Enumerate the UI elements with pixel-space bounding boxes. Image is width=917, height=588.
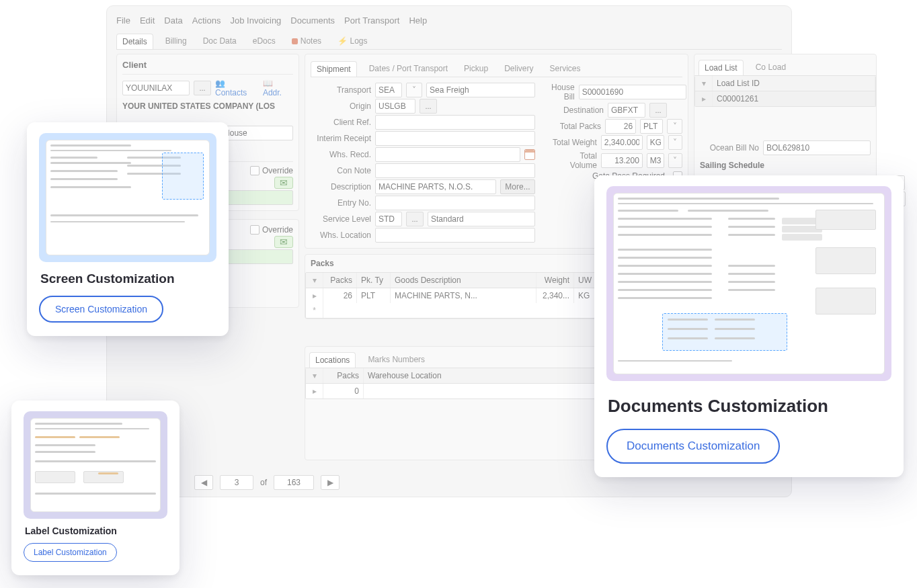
pkty-col[interactable]: Pk. Ty <box>357 273 391 288</box>
tab-billing[interactable]: Billing <box>161 34 191 49</box>
packs-unit-input[interactable] <box>640 119 663 134</box>
tab-delivery[interactable]: Delivery <box>500 61 537 77</box>
transport-code-input[interactable] <box>375 83 402 97</box>
entry-no-input[interactable] <box>375 196 535 210</box>
total-volume-input[interactable] <box>601 153 643 168</box>
weight-unit-input[interactable] <box>647 135 664 150</box>
tab-notes[interactable]: Notes <box>288 34 325 49</box>
menu-file[interactable]: File <box>116 15 130 26</box>
client-ref-input[interactable] <box>375 115 535 130</box>
override-label-1: Override <box>262 166 293 175</box>
goods-col[interactable]: Goods Description <box>391 273 536 288</box>
row-selector-icon[interactable]: ▸ <box>306 288 323 303</box>
transport-label: Transport <box>311 85 371 95</box>
screen-card-title: Screen Customization <box>40 271 216 286</box>
con-note-label: Con Note <box>311 166 371 175</box>
desc-input[interactable] <box>375 179 496 194</box>
tab-logs[interactable]: ⚡ Logs <box>333 34 371 49</box>
override-checkbox-1[interactable] <box>250 166 260 175</box>
menu-job-invoicing[interactable]: Job Invoicing <box>230 15 281 26</box>
more-button[interactable]: More... <box>500 179 535 194</box>
volume-unit-input[interactable] <box>647 153 664 168</box>
mail-icon-2[interactable]: ✉ <box>274 236 293 248</box>
loc-packs-col[interactable]: Packs <box>323 368 364 383</box>
label-card-title: Label Customization <box>25 526 167 536</box>
client-header: Client <box>122 58 293 75</box>
tab-load-list[interactable]: Load List <box>699 60 744 75</box>
service-code-input[interactable] <box>375 212 402 226</box>
destination-lookup-button[interactable]: ... <box>649 103 667 118</box>
pager-page-input[interactable] <box>220 475 253 490</box>
transport-desc-input[interactable] <box>426 83 535 97</box>
tab-doc-data[interactable]: Doc Data <box>199 34 241 49</box>
tab-marks-numbers[interactable]: Marks Numbers <box>364 352 429 368</box>
addr-link[interactable]: 📖 Addr. <box>263 79 293 97</box>
label-customization-card: Label Customization Label Customization <box>11 401 180 575</box>
label-customization-button[interactable]: Label Customization <box>24 543 117 562</box>
desc-label: Description <box>311 182 371 192</box>
menu-port-transport[interactable]: Port Transport <box>344 15 399 26</box>
menu-edit[interactable]: Edit <box>140 15 155 26</box>
screen-customization-button[interactable]: Screen Customization <box>39 296 163 323</box>
volume-unit-dropdown[interactable]: ˅ <box>668 153 682 168</box>
whs-recd-input[interactable] <box>375 147 520 162</box>
service-desc-input[interactable] <box>428 212 535 226</box>
documents-customization-button[interactable]: Documents Customization <box>606 429 780 464</box>
interim-input[interactable] <box>375 131 535 146</box>
total-packs-input[interactable] <box>605 119 636 134</box>
shipment-tabs: Shipment Dates / Port Transport Pickup D… <box>311 58 682 77</box>
contacts-link[interactable]: 👥 Contacts <box>215 79 259 97</box>
destination-label: Destination <box>551 106 604 115</box>
client-lookup-button[interactable]: ... <box>194 81 211 95</box>
tab-shipment[interactable]: Shipment <box>311 61 357 77</box>
entry-no-label: Entry No. <box>311 198 371 208</box>
new-row-icon[interactable]: * <box>306 303 323 318</box>
docs-card-title: Documents Customization <box>608 396 891 417</box>
tab-edocs[interactable]: eDocs <box>249 34 280 49</box>
loadlist-row[interactable]: ▸ C00001261 <box>695 91 875 106</box>
house-bill-label: House Bill <box>551 83 575 101</box>
menu-help[interactable]: Help <box>409 15 427 26</box>
destination-input[interactable] <box>608 103 645 118</box>
pager-next-button[interactable]: ▶ <box>321 475 340 490</box>
origin-input[interactable] <box>375 99 415 114</box>
calendar-icon[interactable] <box>524 149 535 160</box>
logs-icon: ⚡ <box>337 36 348 46</box>
row-selector-icon[interactable]: ▸ <box>695 91 713 106</box>
con-note-input[interactable] <box>375 163 535 178</box>
service-lookup-button[interactable]: ... <box>406 212 424 226</box>
uw-col[interactable]: UW <box>574 273 597 288</box>
tab-pickup[interactable]: Pickup <box>460 61 492 77</box>
packs-col[interactable]: Packs <box>323 273 357 288</box>
transport-dropdown[interactable]: ˅ <box>406 83 422 97</box>
weight-unit-dropdown[interactable]: ˅ <box>668 135 682 150</box>
client-code-input[interactable] <box>122 81 190 95</box>
mail-icon[interactable]: ✉ <box>274 177 293 189</box>
packs-unit-dropdown[interactable]: ˅ <box>667 119 682 134</box>
label-thumb <box>24 411 167 519</box>
loadlist-id-col[interactable]: Load List ID <box>713 76 875 91</box>
menu-documents[interactable]: Documents <box>290 15 335 26</box>
row-selector-icon[interactable]: ▸ <box>306 384 323 398</box>
ocean-bill-label: Ocean Bill No <box>700 143 759 153</box>
house-bill-input[interactable] <box>579 85 686 99</box>
tab-dates-port[interactable]: Dates / Port Transport <box>365 61 452 77</box>
override-label-2: Override <box>262 225 293 235</box>
origin-lookup-button[interactable]: ... <box>420 99 437 114</box>
ocean-bill-input[interactable] <box>763 140 871 155</box>
pager-of-label: of <box>260 478 267 487</box>
menu-data[interactable]: Data <box>164 15 182 26</box>
menu-actions[interactable]: Actions <box>192 15 221 26</box>
tab-co-load[interactable]: Co Load <box>752 60 790 75</box>
whs-loc-label: Whs. Location <box>311 230 371 240</box>
weight-col[interactable]: Weight <box>536 273 574 288</box>
client-ref-label: Client Ref. <box>311 118 371 127</box>
tab-locations[interactable]: Locations <box>309 352 356 368</box>
override-checkbox-2[interactable] <box>250 225 260 235</box>
pager-total-input <box>274 475 314 490</box>
tab-services[interactable]: Services <box>545 61 584 77</box>
whs-loc-input[interactable] <box>375 228 535 243</box>
tab-details[interactable]: Details <box>116 34 153 49</box>
pager-prev-button[interactable]: ◀ <box>194 475 213 490</box>
total-weight-input[interactable] <box>601 135 643 150</box>
